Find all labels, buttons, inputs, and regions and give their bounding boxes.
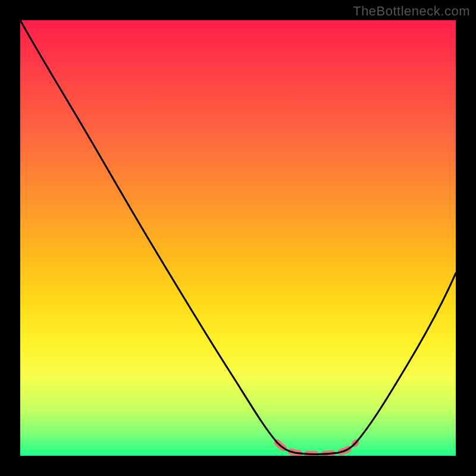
watermark-text: TheBottleneck.com [353, 4, 470, 19]
chart-frame: TheBottleneck.com [0, 0, 476, 476]
bottleneck-curve [20, 20, 456, 456]
plot-area [20, 20, 456, 456]
curve-path [20, 20, 456, 455]
highlight-segment [277, 443, 356, 455]
